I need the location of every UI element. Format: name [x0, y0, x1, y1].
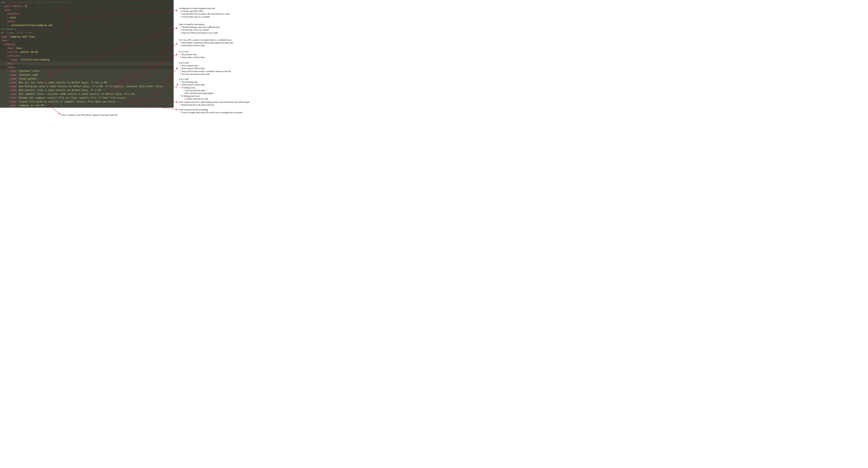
code-line: semgrep:: [0, 42, 174, 46]
svg-line-9: [52, 107, 60, 114]
code-line: - name: Checkout code···: [0, 73, 174, 77]
code-line: - name: Run all the rules & send results…: [0, 81, 174, 84]
code-line: - name: Run blocking rules & send result…: [0, 84, 174, 88]
fold-indicator[interactable]: ···: [13, 62, 18, 65]
fold-indicator[interactable]: ···: [101, 89, 105, 91]
annotation-config: Configuration of when Semgrep would run:…: [179, 7, 230, 18]
code-line: - name: Run monitor rules & send results…: [0, 88, 174, 92]
code-line: runs-on: ubuntu-20.04: [0, 50, 174, 54]
code-line: branches:: [0, 12, 174, 16]
code-line: name: Semgrep SAST Scan: [0, 35, 174, 38]
code-line: name: Scan: [0, 46, 174, 50]
code-line: - name: Run comment rules, retrieve JSON…: [0, 92, 174, 96]
annotation-rename: If the comment rule has a valid finding …: [179, 101, 250, 106]
code-line: # - cron: '0 0 * * 0': [0, 31, 174, 35]
code-line: - name: Setup python···: [0, 77, 174, 81]
annotation-no-finding: If the comment rule has no finding: * Cr…: [179, 108, 243, 114]
annotation-not-pr: If it's not a PR i.e. push to the main b…: [179, 38, 233, 47]
code-line: - main: [0, 16, 174, 20]
code-line: - name: Create file with no results if c…: [0, 100, 174, 104]
annotation-comment-pr: Write a comment on the PR with the conte…: [61, 114, 118, 116]
code-line: push:: [0, 8, 174, 12]
fold-indicator[interactable]: ···: [38, 74, 42, 76]
code-line: # schedule:: [0, 27, 174, 31]
code-line: - .github/workflows/semgrep.yml: [0, 23, 174, 27]
git-blame-annotation: You, yesterday • Adding vulnerable files…: [12, 1, 73, 4]
code-line: on: You, yesterday • Adding vulnerable f…: [0, 0, 174, 4]
code-editor[interactable]: on: You, yesterday • Adding vulnerable f…: [0, 0, 174, 108]
annotation-pr-comment: If it is a PR: * Run comment rules * Sen…: [179, 61, 231, 76]
code-line: - name: Checkout rules···: [0, 69, 174, 73]
annotation-setup: Steps to setup the environment: * checko…: [179, 23, 220, 34]
code-line: pull_request: {}: [0, 4, 174, 8]
code-line: env:···: [0, 61, 174, 65]
fold-indicator[interactable]: ···: [162, 85, 167, 88]
fold-indicator[interactable]: ···: [44, 104, 48, 107]
code-line: container:: [0, 54, 174, 58]
fold-indicator[interactable]: ···: [116, 100, 120, 103]
fold-indicator[interactable]: ···: [107, 81, 111, 84]
code-line: - name: Rename the comment results file …: [0, 96, 174, 100]
fold-indicator[interactable]: ···: [136, 93, 140, 95]
annotation-pr-blocking: If it is a PR: * Run blocking rules * Se…: [179, 78, 213, 100]
fold-indicator[interactable]: ···: [39, 70, 44, 72]
svg-line-4: [176, 84, 178, 88]
annotation-pr-monitor: If it is a PR: * Run monitor rules * Sen…: [179, 50, 205, 59]
code-line: steps:: [0, 65, 174, 69]
code-line: - name: Comment on the PR···: [0, 104, 174, 107]
fold-indicator[interactable]: ···: [36, 77, 41, 80]
code-line: jobs:: [0, 38, 174, 42]
code-line: paths:: [0, 20, 174, 23]
code-line: image: returntocorp/semgrep: [0, 58, 174, 61]
fold-indicator[interactable]: ···: [126, 96, 130, 99]
